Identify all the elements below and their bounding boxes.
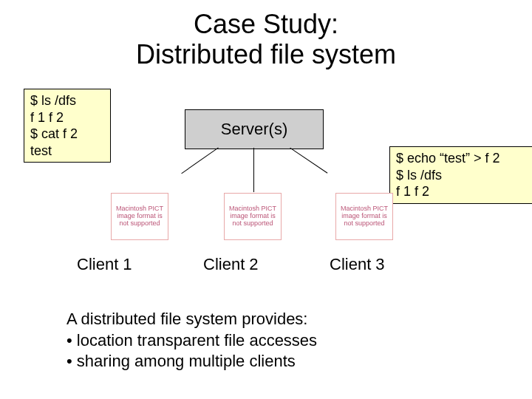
connector-line <box>253 148 254 192</box>
server-label: Server(s) <box>221 120 287 139</box>
client-3-label: Client 3 <box>330 255 385 274</box>
pict-text: Macintosh PICT image format is not suppo… <box>228 205 278 228</box>
pict-placeholder: Macintosh PICT image format is not suppo… <box>335 193 393 240</box>
client-1-label: Client 1 <box>77 255 132 274</box>
body-bullet-1: • location transparent file accesses <box>66 331 317 349</box>
body-bullet-2: • sharing among multiple clients <box>66 352 296 370</box>
terminal-callout-right: $ echo “test” > f 2 $ ls /dfs f 1 f 2 <box>389 146 532 204</box>
server-box: Server(s) <box>185 109 324 149</box>
slide-title: Case Study: Distributed file system <box>0 9 532 70</box>
body-text: A distributed file system provides: • lo… <box>66 309 317 372</box>
title-line-2: Distributed file system <box>136 39 396 69</box>
terminal-callout-left: $ ls /dfs f 1 f 2 $ cat f 2 test <box>24 89 111 163</box>
connector-line <box>181 147 219 174</box>
pict-placeholder: Macintosh PICT image format is not suppo… <box>224 193 282 240</box>
title-line-1: Case Study: <box>194 9 338 39</box>
client-2-label: Client 2 <box>203 255 259 274</box>
pict-text: Macintosh PICT image format is not suppo… <box>115 205 165 228</box>
body-intro: A distributed file system provides: <box>66 310 307 328</box>
pict-text: Macintosh PICT image format is not suppo… <box>339 205 389 228</box>
pict-placeholder: Macintosh PICT image format is not suppo… <box>111 193 168 240</box>
connector-line <box>290 147 327 173</box>
